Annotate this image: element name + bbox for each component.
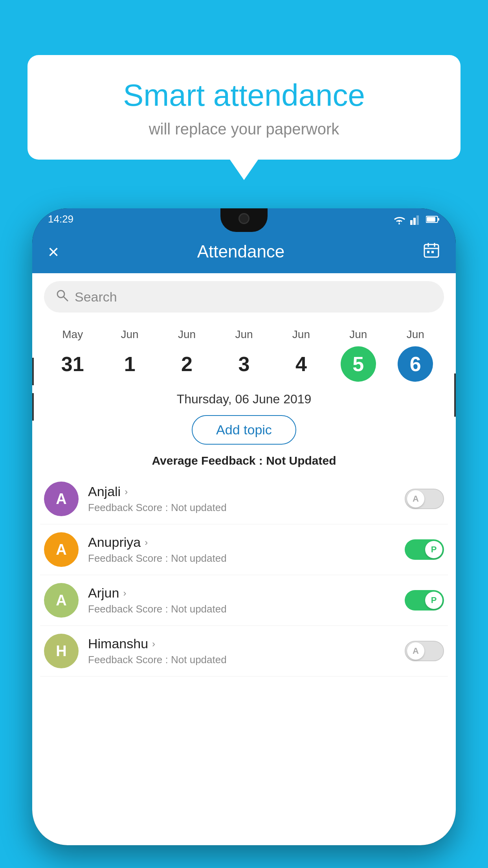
svg-rect-5 (427, 217, 435, 222)
search-input[interactable]: Search (75, 289, 117, 305)
student-info: Arjun ›Feedback Score : Not updated (88, 585, 395, 615)
cal-date-number: 2 (169, 346, 205, 382)
avatar: H (44, 634, 79, 668)
attendance-toggle-0[interactable]: A (405, 489, 444, 509)
student-name: Anjali › (88, 484, 395, 499)
battery-icon (426, 215, 440, 223)
search-icon (56, 289, 68, 305)
student-info: Anjali ›Feedback Score : Not updated (88, 484, 395, 514)
calendar-day-0[interactable]: May31 (49, 328, 96, 382)
student-row-3[interactable]: HHimanshu ›Feedback Score : Not updatedA (40, 626, 448, 677)
student-row-1[interactable]: AAnupriya ›Feedback Score : Not updatedP (40, 524, 448, 575)
svg-rect-11 (431, 251, 434, 253)
speech-bubble-title: Smart attendance (47, 79, 441, 112)
status-icons (392, 214, 440, 225)
attendance-toggle-1[interactable]: P (405, 539, 444, 560)
speech-bubble-wrapper: Smart attendance will replace your paper… (28, 55, 460, 160)
feedback-score: Feedback Score : Not updated (88, 502, 395, 514)
cal-date-number: 6 (398, 346, 433, 382)
speech-bubble: Smart attendance will replace your paper… (28, 55, 460, 160)
avatar: A (44, 482, 79, 516)
svg-line-13 (64, 297, 68, 301)
cal-month-label: Jun (178, 328, 196, 341)
student-name: Himanshu › (88, 636, 395, 651)
avatar: A (44, 583, 79, 618)
cal-date-number: 5 (341, 346, 376, 382)
calendar-icon[interactable] (423, 241, 440, 262)
signal-icon (410, 214, 422, 225)
calendar-day-1[interactable]: Jun1 (106, 328, 153, 382)
phone-frame: 14:29 × Attendance (32, 208, 456, 845)
attendance-toggle-3[interactable]: A (405, 641, 444, 661)
cal-date-number: 3 (226, 346, 262, 382)
calendar-day-3[interactable]: Jun3 (220, 328, 268, 382)
avg-feedback-value: Not Updated (266, 454, 336, 467)
feedback-score: Feedback Score : Not updated (88, 654, 395, 666)
toggle-knob: P (425, 541, 442, 558)
phone-notch (220, 208, 268, 232)
add-topic-button[interactable]: Add topic (192, 415, 296, 445)
student-info: Himanshu ›Feedback Score : Not updated (88, 636, 395, 666)
cal-month-label: Jun (407, 328, 424, 341)
cal-date-number: 31 (55, 346, 90, 382)
phone-content: Search May31Jun1Jun2Jun3Jun4Jun5Jun6 Thu… (32, 273, 456, 845)
student-name: Arjun › (88, 585, 395, 601)
speech-bubble-subtitle: will replace your paperwork (47, 120, 441, 138)
cal-month-label: Jun (349, 328, 367, 341)
attendance-toggle-2[interactable]: P (405, 590, 444, 611)
phone-camera (238, 213, 250, 224)
student-list: AAnjali ›Feedback Score : Not updatedAAA… (32, 474, 456, 677)
calendar-day-4[interactable]: Jun4 (277, 328, 325, 382)
cal-date-number: 4 (283, 346, 319, 382)
cal-month-label: Jun (235, 328, 253, 341)
svg-rect-2 (416, 215, 419, 225)
calendar-day-2[interactable]: Jun2 (163, 328, 211, 382)
header-title: Attendance (197, 242, 285, 261)
calendar-day-5[interactable]: Jun5 (335, 328, 382, 382)
student-row-2[interactable]: AArjun ›Feedback Score : Not updatedP (40, 575, 448, 626)
avatar: A (44, 532, 79, 567)
svg-rect-10 (427, 251, 429, 253)
volume-down-button (32, 393, 34, 421)
cal-month-label: Jun (292, 328, 310, 341)
feedback-score: Feedback Score : Not updated (88, 603, 395, 615)
chevron-icon: › (125, 486, 128, 497)
cal-date-number: 1 (112, 346, 147, 382)
close-button[interactable]: × (48, 241, 59, 263)
feedback-score: Feedback Score : Not updated (88, 552, 395, 565)
svg-rect-4 (438, 218, 439, 221)
wifi-icon (392, 214, 406, 225)
add-topic-wrapper: Add topic (32, 411, 456, 451)
student-info: Anupriya ›Feedback Score : Not updated (88, 535, 395, 565)
status-time: 14:29 (48, 213, 73, 225)
selected-date-label: Thursday, 06 June 2019 (32, 386, 456, 411)
student-name: Anupriya › (88, 535, 395, 550)
cal-month-label: May (62, 328, 83, 341)
chevron-icon: › (123, 588, 126, 599)
svg-rect-1 (413, 218, 416, 225)
search-bar[interactable]: Search (44, 281, 444, 313)
calendar-day-6[interactable]: Jun6 (392, 328, 439, 382)
average-feedback: Average Feedback : Not Updated (32, 451, 456, 474)
cal-month-label: Jun (121, 328, 139, 341)
app-header: × Attendance (32, 230, 456, 273)
student-row-0[interactable]: AAnjali ›Feedback Score : Not updatedA (40, 474, 448, 524)
toggle-knob: A (407, 490, 424, 508)
svg-rect-0 (410, 220, 413, 225)
search-bar-wrapper: Search (32, 273, 456, 320)
chevron-icon: › (145, 537, 148, 548)
toggle-knob: A (407, 642, 424, 660)
power-button (454, 373, 456, 417)
volume-up-button (32, 358, 34, 385)
calendar-strip: May31Jun1Jun2Jun3Jun4Jun5Jun6 (32, 320, 456, 386)
chevron-icon: › (152, 638, 155, 649)
avg-feedback-label: Average Feedback : (152, 454, 262, 467)
toggle-knob: P (425, 592, 442, 609)
